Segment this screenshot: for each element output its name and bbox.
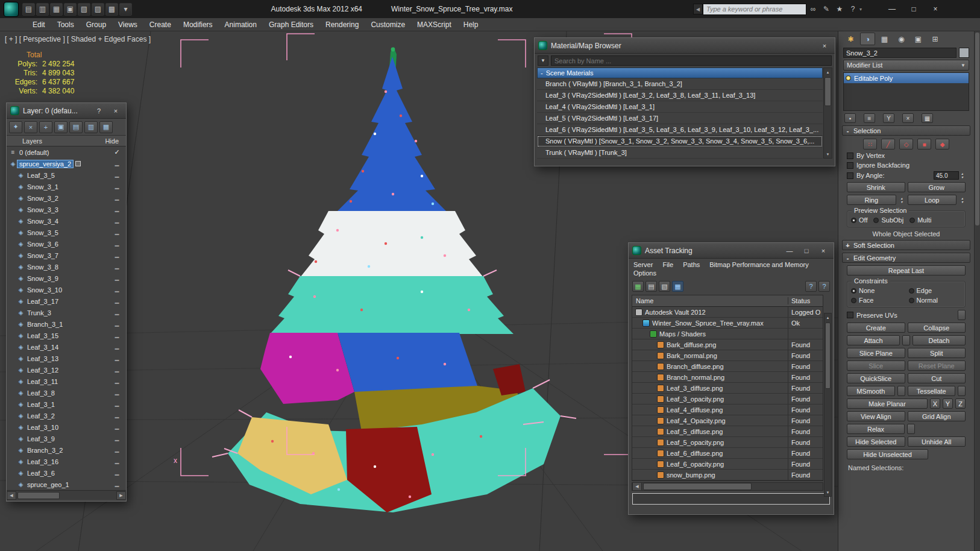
remove-modifier-icon[interactable]: × bbox=[902, 113, 914, 123]
layer-hide-mark[interactable] bbox=[110, 481, 124, 488]
collapse-button[interactable]: Collapse bbox=[908, 323, 966, 333]
save-file-icon[interactable]: ▦ bbox=[50, 3, 63, 16]
scroll-right-icon[interactable]: ▶ bbox=[116, 491, 126, 500]
chevron-down-icon[interactable]: ▾ bbox=[859, 7, 865, 12]
close-button[interactable]: × bbox=[925, 2, 946, 16]
asset-row[interactable]: Leaf_6_diffuse.png Found bbox=[632, 448, 823, 459]
material-row[interactable]: Snow ( VRayMtl ) [Snow_3_1, Snow_3_2, Sn… bbox=[537, 136, 823, 147]
configure-modifier-sets-icon[interactable]: ▦ bbox=[922, 113, 933, 123]
preserve-uvs-checkbox[interactable]: Preserve UVs bbox=[847, 310, 966, 320]
material-row[interactable]: Trunk ( VRayMtl ) [Trunk_3] bbox=[537, 147, 823, 159]
stack-item-editable-poly[interactable]: Editable Poly bbox=[844, 73, 969, 83]
communication-center-icon[interactable]: ✎ bbox=[820, 3, 833, 15]
scroll-thumb[interactable] bbox=[643, 483, 752, 490]
layer-hide-mark[interactable] bbox=[110, 275, 124, 282]
cut-button[interactable]: Cut bbox=[908, 373, 966, 383]
layer-hide-mark[interactable] bbox=[110, 389, 124, 397]
layer-row[interactable]: Leaf_3_12 bbox=[7, 364, 126, 376]
layer-hide-mark[interactable] bbox=[110, 344, 124, 351]
layer-row[interactable]: Leaf_3_15 bbox=[7, 330, 126, 341]
layer-hide-mark[interactable] bbox=[110, 412, 124, 420]
ring-spinner-icon[interactable]: ▴▾ bbox=[899, 195, 905, 205]
column-status[interactable]: Status bbox=[788, 297, 823, 304]
application-menu-icon[interactable] bbox=[4, 2, 19, 17]
material-vertical-scrollbar[interactable]: ▲ ▼ bbox=[823, 68, 832, 159]
layer-row[interactable]: Snow_3_4 bbox=[7, 215, 126, 227]
menu-item[interactable]: Bitmap Performance and Memory bbox=[709, 261, 808, 268]
asset-row[interactable]: Maps / Shaders bbox=[632, 329, 823, 339]
menu-item[interactable]: Graph Editors bbox=[263, 19, 319, 30]
menu-item[interactable]: Group bbox=[80, 19, 112, 30]
planar-y-button[interactable]: Y bbox=[943, 398, 953, 409]
menu-item[interactable]: Options bbox=[633, 269, 656, 277]
ignore-backfacing-checkbox[interactable]: Ignore Backfacing bbox=[847, 162, 966, 169]
layer-row[interactable]: Leaf_3_6 bbox=[7, 467, 126, 479]
planar-x-button[interactable]: X bbox=[930, 398, 940, 409]
material-search-input[interactable] bbox=[551, 55, 832, 66]
asset-row[interactable]: Leaf_4_diffuse.png Found bbox=[632, 405, 823, 415]
layer-row[interactable]: Branch_3_1 bbox=[7, 318, 126, 330]
layer-hide-mark[interactable] bbox=[110, 401, 124, 408]
asset-detail-box[interactable] bbox=[632, 493, 830, 505]
planar-z-button[interactable]: Z bbox=[955, 398, 966, 409]
soft-selection-rollout-header[interactable]: + Soft Selection bbox=[842, 240, 970, 250]
object-name-field[interactable] bbox=[843, 48, 956, 58]
add-to-layer-icon[interactable]: + bbox=[39, 121, 52, 133]
grow-button[interactable]: Grow bbox=[908, 182, 966, 192]
layer-hide-mark[interactable] bbox=[110, 321, 124, 328]
vertex-mode-icon[interactable]: ∷ bbox=[863, 139, 877, 150]
scene-materials-header[interactable]: - Scene Materials bbox=[537, 68, 823, 78]
reset-plane-button[interactable]: Reset Plane bbox=[908, 361, 966, 371]
search-history-icon[interactable]: ◀ bbox=[693, 4, 703, 14]
shrink-button[interactable]: Shrink bbox=[847, 182, 905, 192]
slice-plane-button[interactable]: Slice Plane bbox=[847, 348, 905, 358]
layer-hide-mark[interactable] bbox=[110, 218, 124, 225]
favorites-icon[interactable]: ★ bbox=[833, 3, 846, 15]
scroll-left-icon[interactable]: ◀ bbox=[7, 491, 16, 500]
layer-row[interactable]: Leaf_3_11 bbox=[7, 376, 126, 387]
search-icon[interactable]: ∞ bbox=[806, 3, 820, 15]
ring-button[interactable]: Ring bbox=[847, 195, 896, 205]
highlight-layer-icon[interactable]: ▥ bbox=[84, 121, 98, 133]
layer-horizontal-scrollbar[interactable]: ◀ ▶ bbox=[7, 490, 126, 500]
scroll-down-icon[interactable]: ▼ bbox=[824, 488, 832, 496]
layer-hide-mark[interactable] bbox=[110, 172, 124, 179]
make-unique-icon[interactable]: Y bbox=[883, 113, 894, 123]
asset-row[interactable]: Leaf_4_Opacity.png Found bbox=[632, 415, 823, 426]
scroll-down-icon[interactable]: ▼ bbox=[824, 150, 832, 158]
qat-overflow-icon[interactable]: ▾ bbox=[119, 3, 132, 16]
quickslice-button[interactable]: QuickSlice bbox=[847, 373, 905, 383]
scroll-thumb[interactable] bbox=[17, 492, 60, 499]
material-row[interactable]: Branch ( VRayMtl ) [Branch_3_1, Branch_3… bbox=[537, 78, 823, 90]
attach-settings-button[interactable] bbox=[902, 335, 910, 345]
display-tab[interactable]: ▣ bbox=[911, 33, 926, 45]
menu-item[interactable]: Tools bbox=[51, 19, 80, 30]
layer-row[interactable]: Snow_3_1 bbox=[7, 181, 126, 192]
layer-row[interactable]: Snow_3_5 bbox=[7, 227, 126, 238]
link-icon[interactable]: ▨ bbox=[92, 3, 104, 16]
menu-item[interactable]: Animation bbox=[219, 19, 263, 30]
loop-spinner-icon[interactable]: ▴▾ bbox=[959, 195, 966, 205]
refresh-status-icon[interactable]: ▦ bbox=[632, 281, 644, 292]
layer-row[interactable]: Branch_3_2 bbox=[7, 444, 126, 456]
asset-row[interactable]: Leaf_3_diffuse.png Found bbox=[632, 383, 823, 394]
menu-item[interactable]: Help bbox=[457, 19, 485, 30]
layer-row[interactable]: 0 (default) bbox=[7, 146, 126, 158]
edit-geometry-rollout-header[interactable]: - Edit Geometry bbox=[842, 253, 970, 263]
layer-hide-mark[interactable] bbox=[110, 298, 124, 305]
layer-hide-mark[interactable] bbox=[110, 252, 124, 259]
tessellate-settings-button[interactable] bbox=[958, 386, 966, 396]
preview-multi-radio[interactable]: Multi bbox=[909, 216, 931, 224]
modifier-list-dropdown[interactable]: Modifier List ▼ bbox=[843, 60, 969, 71]
relax-settings-button[interactable] bbox=[907, 424, 915, 434]
layer-row[interactable]: Leaf_3_10 bbox=[7, 421, 126, 433]
layer-hide-mark[interactable] bbox=[110, 424, 124, 431]
layer-hide-mark[interactable] bbox=[110, 286, 124, 294]
msmooth-settings-button[interactable] bbox=[897, 386, 905, 396]
scroll-up-icon[interactable]: ▲ bbox=[824, 313, 832, 321]
close-icon[interactable]: × bbox=[817, 245, 830, 256]
motion-tab[interactable]: ◉ bbox=[894, 33, 909, 45]
by-angle-value[interactable]: 45.0 bbox=[934, 171, 959, 180]
msmooth-button[interactable]: MSmooth bbox=[847, 386, 895, 396]
border-mode-icon[interactable]: ◇ bbox=[899, 139, 913, 150]
